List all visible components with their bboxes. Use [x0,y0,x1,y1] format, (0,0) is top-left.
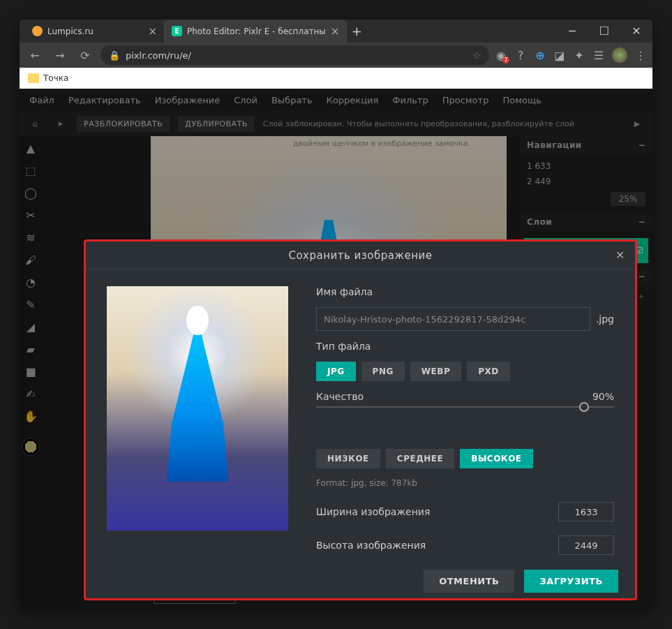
folder-icon [28,73,39,83]
image-preview [107,286,288,531]
url-text: pixlr.com/ru/e/ [126,50,191,61]
browser-window: Lumpics.ru × E Photo Editor: Pixlr E - б… [20,20,652,609]
format-png-button[interactable]: PNG [361,362,405,381]
height-input[interactable] [558,535,614,555]
dialog-body: Имя файла .jpg Тип файла JPG PNG WEBP PX… [86,269,635,563]
titlebar: Lumpics.ru × E Photo Editor: Pixlr E - б… [20,20,652,43]
filename-label: Имя файла [316,286,614,297]
browser-tab-lumpics[interactable]: Lumpics.ru × [25,20,165,43]
browser-tabs: Lumpics.ru × E Photo Editor: Pixlr E - б… [20,20,556,43]
filename-input[interactable] [316,307,590,331]
height-label: Высота изображения [316,540,426,551]
minimize-button[interactable]: ─ [556,20,588,43]
window-controls: ─ ☐ ✕ [556,20,652,43]
lock-icon: 🔒 [109,50,120,61]
extension-icon[interactable]: ◉ [495,49,507,61]
extension-icon[interactable]: ⊕ [534,49,546,61]
url-field[interactable]: 🔒 pixlr.com/ru/e/ ☆ [100,45,489,65]
extension-icon[interactable]: ? [514,49,527,61]
tab-title: Lumpics.ru [47,27,143,36]
format-info: Format: jpg, size: 787kb [316,478,614,488]
bookmarks-bar: Точка [20,68,652,89]
quality-label: Качество [316,391,364,402]
favicon-icon [32,26,43,36]
file-extension: .jpg [596,313,614,325]
tab-close-icon[interactable]: × [331,25,340,38]
close-button[interactable]: ✕ [620,20,652,43]
reading-list-icon[interactable]: ☰ [592,49,605,61]
tab-title: Photo Editor: Pixlr E - бесплатны [187,27,326,36]
tab-close-icon[interactable]: × [148,25,157,38]
cancel-button[interactable]: ОТМЕНИТЬ [424,570,514,593]
quality-high-button[interactable]: ВЫСОКОЕ [460,449,532,468]
format-jpg-button[interactable]: JPG [316,362,356,381]
maximize-button[interactable]: ☐ [588,20,620,43]
forward-button[interactable]: → [50,45,70,65]
filetype-label: Тип файла [316,341,614,352]
favicon-icon: E [172,26,182,36]
width-input[interactable] [558,502,614,521]
dialog-footer: ОТМЕНИТЬ ЗАГРУЗИТЬ [86,563,635,598]
browser-tab-pixlr[interactable]: E Photo Editor: Pixlr E - бесплатны × [165,20,347,43]
new-tab-button[interactable]: + [347,20,366,43]
menu-icon[interactable]: ⋮ [634,49,647,61]
quality-value: 90% [592,391,614,402]
bookmark-item[interactable]: Точка [43,73,68,83]
profile-avatar[interactable] [612,47,627,63]
dialog-title: Сохранить изображение [288,249,432,262]
download-button[interactable]: ЗАГРУЗИТЬ [524,570,618,593]
address-bar: ← → ⟳ 🔒 pixlr.com/ru/e/ ☆ ◉ ? ⊕ ◪ ✦ ☰ ⋮ [20,43,652,68]
back-button[interactable]: ← [25,45,45,65]
format-pxd-button[interactable]: PXD [467,362,510,381]
dialog-header: Сохранить изображение ✕ [86,242,635,269]
quality-med-button[interactable]: СРЕДНЕЕ [386,449,454,468]
reload-button[interactable]: ⟳ [75,45,95,65]
pixlr-app: Файл Редактировать Изображение Слой Выбр… [20,89,652,609]
extension-icons: ◉ ? ⊕ ◪ ✦ ☰ ⋮ [495,47,647,63]
extensions-menu-icon[interactable]: ✦ [573,49,585,61]
format-webp-button[interactable]: WEBP [410,362,461,381]
close-icon[interactable]: ✕ [615,249,625,262]
star-icon[interactable]: ☆ [472,50,481,61]
save-dialog: Сохранить изображение ✕ Имя файла .jpg Т… [84,239,637,600]
extension-icon[interactable]: ◪ [553,49,566,61]
quality-low-button[interactable]: НИЗКОЕ [316,449,380,468]
slider-thumb[interactable] [579,402,589,412]
width-label: Ширина изображения [316,506,430,517]
quality-slider[interactable] [316,406,614,408]
form-column: Имя файла .jpg Тип файла JPG PNG WEBP PX… [316,286,614,555]
